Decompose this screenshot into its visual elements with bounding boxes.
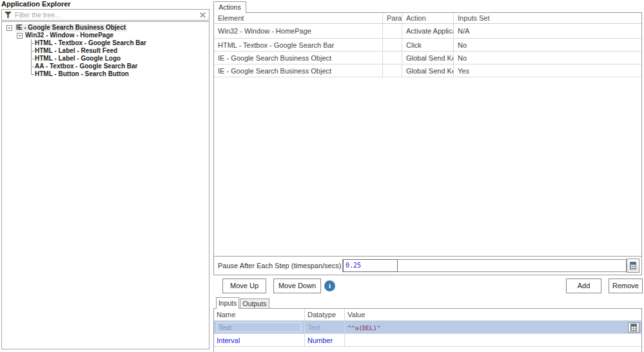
- tree-filter-input[interactable]: [15, 10, 199, 19]
- input-name-cell[interactable]: Text: [214, 321, 305, 333]
- action-inputs-set-cell[interactable]: N/A: [454, 24, 641, 38]
- tab-inputs[interactable]: Inputs: [216, 297, 239, 309]
- input-datatype-cell[interactable]: Number: [305, 334, 345, 346]
- input-value-text[interactable]: "^a{DEL}": [347, 324, 380, 331]
- tree-filter-box[interactable]: ✕: [1, 9, 210, 21]
- input-name-focus[interactable]: Text: [217, 322, 302, 332]
- action-action-cell[interactable]: Click: [402, 39, 454, 51]
- pause-after-step-input[interactable]: 0.25: [342, 259, 627, 272]
- actions-grid: Element Para... Action Inputs Set Win32 …: [214, 13, 641, 77]
- tree-item-html-label-result-feed[interactable]: HTML - Label - Result Feed: [2, 47, 209, 55]
- action-action-cell[interactable]: Global Send Keys: [402, 64, 454, 77]
- add-button[interactable]: Add: [566, 279, 601, 293]
- tree-item-business-object[interactable]: IE - Google Search Business Object: [2, 24, 209, 32]
- clear-filter-icon[interactable]: ✕: [199, 11, 206, 19]
- collapse-icon[interactable]: [6, 25, 12, 31]
- action-inputs-set-cell[interactable]: No: [454, 39, 641, 51]
- column-header-value: Value: [345, 309, 641, 320]
- tree-item-html-label-google-logo[interactable]: HTML - Label - Google Logo: [2, 55, 209, 63]
- input-value-cell[interactable]: "^a{DEL}": [345, 321, 641, 333]
- action-element-cell[interactable]: IE - Google Search Business Object: [214, 52, 383, 64]
- calculator-icon: [630, 324, 637, 331]
- move-down-button[interactable]: Move Down: [273, 279, 321, 293]
- action-element-cell[interactable]: Win32 - Window - HomePage: [214, 24, 383, 38]
- pause-after-step-label: Pause After Each Step (timespan/secs): [218, 257, 341, 275]
- input-row-text[interactable]: Text Text "^a{DEL}": [214, 321, 641, 334]
- column-header-parameters: Para...: [383, 13, 402, 23]
- actions-grid-header: Element Para... Action Inputs Set: [214, 13, 641, 24]
- action-inputs-set-cell[interactable]: Yes: [454, 64, 641, 77]
- column-header-element: Element: [214, 13, 383, 23]
- action-inputs-set-cell[interactable]: No: [454, 52, 641, 64]
- action-action-cell[interactable]: Global Send Keys: [402, 52, 454, 64]
- inputs-panel: Name Datatype Value Text Text "^a{DEL}" …: [213, 308, 642, 352]
- tree-item-label[interactable]: Win32 - Window - HomePage: [25, 32, 113, 39]
- tree-item-label[interactable]: HTML - Button - Search Button: [35, 70, 129, 78]
- action-row[interactable]: Win32 - Window - HomePage Activate Appli…: [214, 24, 641, 39]
- action-row[interactable]: IE - Google Search Business Object Globa…: [214, 64, 641, 77]
- action-row[interactable]: IE - Google Search Business Object Globa…: [214, 52, 641, 64]
- tree-item-label[interactable]: HTML - Label - Result Feed: [35, 47, 117, 55]
- action-element-cell[interactable]: HTML - Textbox - Google Search Bar: [214, 39, 383, 51]
- application-tree: IE - Google Search Business Object Win32…: [1, 21, 210, 349]
- inputs-grid-header: Name Datatype Value: [214, 309, 641, 321]
- action-param-cell[interactable]: [383, 24, 402, 38]
- action-param-cell[interactable]: [383, 52, 402, 64]
- action-element-cell[interactable]: IE - Google Search Business Object: [214, 64, 383, 77]
- info-icon[interactable]: i: [324, 280, 335, 291]
- filter-icon: [5, 12, 12, 18]
- tree-item-label[interactable]: HTML - Label - Google Logo: [35, 55, 121, 63]
- explorer-panel-title: Application Explorer: [1, 0, 71, 8]
- column-header-action: Action: [402, 13, 454, 23]
- tree-item-label[interactable]: AA - Textbox - Google Search Bar: [35, 63, 137, 70]
- calculator-icon: [630, 262, 636, 269]
- action-param-cell[interactable]: [383, 39, 402, 51]
- tab-outputs[interactable]: Outputs: [240, 298, 269, 309]
- action-action-cell[interactable]: Activate Application: [402, 24, 454, 38]
- pause-after-step-row: Pause After Each Step (timespan/secs) 0.…: [214, 257, 641, 275]
- action-param-cell[interactable]: [383, 64, 402, 77]
- tree-item-label[interactable]: IE - Google Search Business Object: [15, 24, 127, 32]
- column-header-name: Name: [214, 309, 305, 320]
- tree-item-html-button-search-button[interactable]: HTML - Button - Search Button: [2, 70, 209, 78]
- column-header-inputs-set: Inputs Set: [454, 13, 641, 23]
- tree-item-window-homepage[interactable]: Win32 - Window - HomePage: [2, 32, 209, 39]
- tree-item-aa-textbox-search-bar[interactable]: AA - Textbox - Google Search Bar: [2, 63, 209, 70]
- expression-editor-button[interactable]: [627, 259, 639, 273]
- actions-panel: Element Para... Action Inputs Set Win32 …: [213, 12, 642, 275]
- move-up-button[interactable]: Move Up: [222, 279, 266, 293]
- remove-button[interactable]: Remove: [609, 279, 643, 293]
- tab-actions[interactable]: Actions: [213, 1, 246, 13]
- collapse-icon[interactable]: [17, 33, 23, 39]
- expression-editor-button[interactable]: [628, 322, 639, 333]
- input-datatype-cell[interactable]: Text: [305, 321, 345, 333]
- tree-item-html-textbox-search-bar[interactable]: HTML - Textbox - Google Search Bar: [2, 39, 209, 47]
- action-row[interactable]: HTML - Textbox - Google Search Bar Click…: [214, 39, 641, 52]
- column-header-datatype: Datatype: [305, 309, 345, 320]
- input-value-cell[interactable]: [345, 334, 641, 346]
- input-name-cell[interactable]: Interval: [214, 334, 305, 346]
- input-row-interval[interactable]: Interval Number: [214, 334, 641, 347]
- tree-item-label[interactable]: HTML - Textbox - Google Search Bar: [35, 39, 146, 47]
- pause-after-step-value[interactable]: 0.25: [343, 259, 398, 272]
